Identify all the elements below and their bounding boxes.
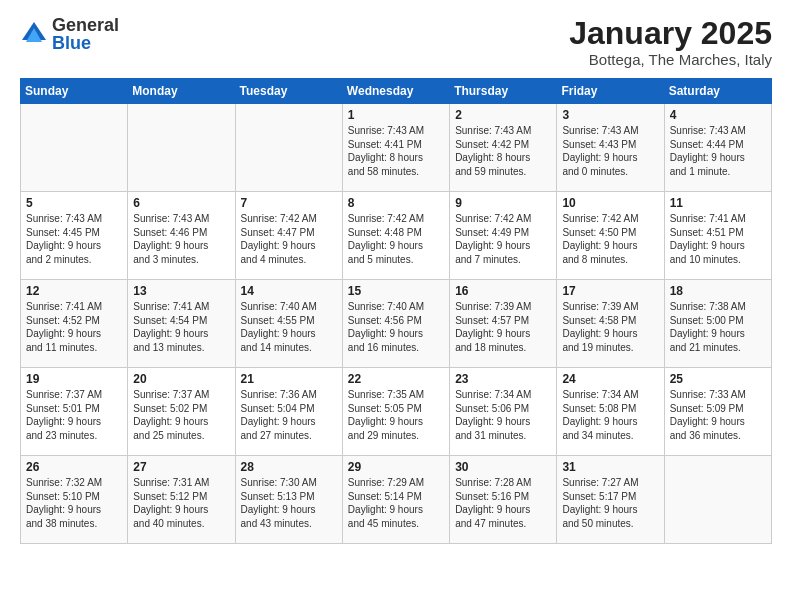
day-number: 25 (670, 372, 766, 386)
calendar-cell: 27Sunrise: 7:31 AM Sunset: 5:12 PM Dayli… (128, 456, 235, 544)
col-sunday: Sunday (21, 79, 128, 104)
calendar-cell: 23Sunrise: 7:34 AM Sunset: 5:06 PM Dayli… (450, 368, 557, 456)
calendar-cell: 11Sunrise: 7:41 AM Sunset: 4:51 PM Dayli… (664, 192, 771, 280)
cell-content: Sunrise: 7:41 AM Sunset: 4:52 PM Dayligh… (26, 300, 122, 354)
calendar-cell: 12Sunrise: 7:41 AM Sunset: 4:52 PM Dayli… (21, 280, 128, 368)
cell-content: Sunrise: 7:42 AM Sunset: 4:47 PM Dayligh… (241, 212, 337, 266)
day-number: 9 (455, 196, 551, 210)
page: General Blue January 2025 Bottega, The M… (0, 0, 792, 612)
cell-content: Sunrise: 7:43 AM Sunset: 4:42 PM Dayligh… (455, 124, 551, 178)
cell-content: Sunrise: 7:30 AM Sunset: 5:13 PM Dayligh… (241, 476, 337, 530)
day-number: 3 (562, 108, 658, 122)
week-row-5: 26Sunrise: 7:32 AM Sunset: 5:10 PM Dayli… (21, 456, 772, 544)
day-number: 26 (26, 460, 122, 474)
calendar-cell: 22Sunrise: 7:35 AM Sunset: 5:05 PM Dayli… (342, 368, 449, 456)
calendar-cell: 2Sunrise: 7:43 AM Sunset: 4:42 PM Daylig… (450, 104, 557, 192)
calendar-cell: 18Sunrise: 7:38 AM Sunset: 5:00 PM Dayli… (664, 280, 771, 368)
cell-content: Sunrise: 7:33 AM Sunset: 5:09 PM Dayligh… (670, 388, 766, 442)
cell-content: Sunrise: 7:36 AM Sunset: 5:04 PM Dayligh… (241, 388, 337, 442)
calendar-cell: 14Sunrise: 7:40 AM Sunset: 4:55 PM Dayli… (235, 280, 342, 368)
cell-content: Sunrise: 7:31 AM Sunset: 5:12 PM Dayligh… (133, 476, 229, 530)
day-number: 5 (26, 196, 122, 210)
cell-content: Sunrise: 7:43 AM Sunset: 4:44 PM Dayligh… (670, 124, 766, 178)
cell-content: Sunrise: 7:38 AM Sunset: 5:00 PM Dayligh… (670, 300, 766, 354)
day-number: 19 (26, 372, 122, 386)
calendar-cell: 4Sunrise: 7:43 AM Sunset: 4:44 PM Daylig… (664, 104, 771, 192)
cell-content: Sunrise: 7:41 AM Sunset: 4:51 PM Dayligh… (670, 212, 766, 266)
day-number: 2 (455, 108, 551, 122)
day-number: 15 (348, 284, 444, 298)
day-number: 20 (133, 372, 229, 386)
day-number: 23 (455, 372, 551, 386)
col-wednesday: Wednesday (342, 79, 449, 104)
day-number: 6 (133, 196, 229, 210)
calendar-cell: 28Sunrise: 7:30 AM Sunset: 5:13 PM Dayli… (235, 456, 342, 544)
day-number: 4 (670, 108, 766, 122)
logo-text: General Blue (52, 16, 119, 52)
week-row-3: 12Sunrise: 7:41 AM Sunset: 4:52 PM Dayli… (21, 280, 772, 368)
header-row: Sunday Monday Tuesday Wednesday Thursday… (21, 79, 772, 104)
calendar-cell: 15Sunrise: 7:40 AM Sunset: 4:56 PM Dayli… (342, 280, 449, 368)
day-number: 14 (241, 284, 337, 298)
calendar-cell: 31Sunrise: 7:27 AM Sunset: 5:17 PM Dayli… (557, 456, 664, 544)
day-number: 22 (348, 372, 444, 386)
calendar-cell: 8Sunrise: 7:42 AM Sunset: 4:48 PM Daylig… (342, 192, 449, 280)
calendar-cell: 5Sunrise: 7:43 AM Sunset: 4:45 PM Daylig… (21, 192, 128, 280)
title-block: January 2025 Bottega, The Marches, Italy (569, 16, 772, 68)
week-row-4: 19Sunrise: 7:37 AM Sunset: 5:01 PM Dayli… (21, 368, 772, 456)
calendar-cell (664, 456, 771, 544)
calendar-cell: 21Sunrise: 7:36 AM Sunset: 5:04 PM Dayli… (235, 368, 342, 456)
calendar-cell: 17Sunrise: 7:39 AM Sunset: 4:58 PM Dayli… (557, 280, 664, 368)
calendar-cell: 1Sunrise: 7:43 AM Sunset: 4:41 PM Daylig… (342, 104, 449, 192)
calendar-cell: 10Sunrise: 7:42 AM Sunset: 4:50 PM Dayli… (557, 192, 664, 280)
calendar-cell (235, 104, 342, 192)
cell-content: Sunrise: 7:42 AM Sunset: 4:49 PM Dayligh… (455, 212, 551, 266)
day-number: 11 (670, 196, 766, 210)
calendar-table: Sunday Monday Tuesday Wednesday Thursday… (20, 78, 772, 544)
calendar-cell: 20Sunrise: 7:37 AM Sunset: 5:02 PM Dayli… (128, 368, 235, 456)
day-number: 12 (26, 284, 122, 298)
day-number: 7 (241, 196, 337, 210)
day-number: 18 (670, 284, 766, 298)
day-number: 31 (562, 460, 658, 474)
day-number: 28 (241, 460, 337, 474)
day-number: 10 (562, 196, 658, 210)
calendar-cell: 6Sunrise: 7:43 AM Sunset: 4:46 PM Daylig… (128, 192, 235, 280)
day-number: 21 (241, 372, 337, 386)
cell-content: Sunrise: 7:41 AM Sunset: 4:54 PM Dayligh… (133, 300, 229, 354)
calendar-cell: 3Sunrise: 7:43 AM Sunset: 4:43 PM Daylig… (557, 104, 664, 192)
cell-content: Sunrise: 7:35 AM Sunset: 5:05 PM Dayligh… (348, 388, 444, 442)
calendar-cell: 7Sunrise: 7:42 AM Sunset: 4:47 PM Daylig… (235, 192, 342, 280)
calendar-cell: 29Sunrise: 7:29 AM Sunset: 5:14 PM Dayli… (342, 456, 449, 544)
col-monday: Monday (128, 79, 235, 104)
logo-general-text: General (52, 16, 119, 34)
day-number: 29 (348, 460, 444, 474)
logo-icon (20, 20, 48, 48)
calendar-cell (21, 104, 128, 192)
col-tuesday: Tuesday (235, 79, 342, 104)
day-number: 16 (455, 284, 551, 298)
cell-content: Sunrise: 7:37 AM Sunset: 5:02 PM Dayligh… (133, 388, 229, 442)
header: General Blue January 2025 Bottega, The M… (20, 16, 772, 68)
cell-content: Sunrise: 7:27 AM Sunset: 5:17 PM Dayligh… (562, 476, 658, 530)
logo-blue-text: Blue (52, 34, 119, 52)
cell-content: Sunrise: 7:40 AM Sunset: 4:56 PM Dayligh… (348, 300, 444, 354)
cell-content: Sunrise: 7:43 AM Sunset: 4:46 PM Dayligh… (133, 212, 229, 266)
cell-content: Sunrise: 7:37 AM Sunset: 5:01 PM Dayligh… (26, 388, 122, 442)
calendar-cell: 16Sunrise: 7:39 AM Sunset: 4:57 PM Dayli… (450, 280, 557, 368)
cell-content: Sunrise: 7:42 AM Sunset: 4:48 PM Dayligh… (348, 212, 444, 266)
day-number: 30 (455, 460, 551, 474)
cell-content: Sunrise: 7:43 AM Sunset: 4:41 PM Dayligh… (348, 124, 444, 178)
calendar-cell: 24Sunrise: 7:34 AM Sunset: 5:08 PM Dayli… (557, 368, 664, 456)
logo: General Blue (20, 16, 119, 52)
cell-content: Sunrise: 7:32 AM Sunset: 5:10 PM Dayligh… (26, 476, 122, 530)
location: Bottega, The Marches, Italy (569, 51, 772, 68)
calendar-cell: 9Sunrise: 7:42 AM Sunset: 4:49 PM Daylig… (450, 192, 557, 280)
calendar-cell: 25Sunrise: 7:33 AM Sunset: 5:09 PM Dayli… (664, 368, 771, 456)
week-row-1: 1Sunrise: 7:43 AM Sunset: 4:41 PM Daylig… (21, 104, 772, 192)
col-thursday: Thursday (450, 79, 557, 104)
col-saturday: Saturday (664, 79, 771, 104)
col-friday: Friday (557, 79, 664, 104)
day-number: 17 (562, 284, 658, 298)
cell-content: Sunrise: 7:34 AM Sunset: 5:06 PM Dayligh… (455, 388, 551, 442)
